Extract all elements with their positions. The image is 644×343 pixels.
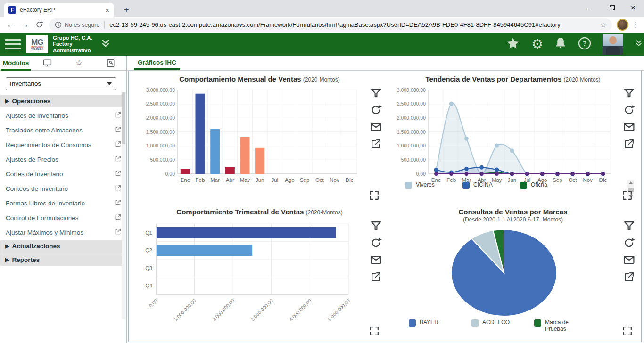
hamburger-menu-icon[interactable]: [5, 39, 21, 49]
svg-text:500.000,00: 500.000,00: [150, 157, 175, 163]
user-avatar[interactable]: [603, 34, 623, 55]
sidebar-item[interactable]: Traslados entre Almacenes: [0, 123, 126, 138]
chart-title: Comportamiento Mensual de Ventas (2020-M…: [133, 75, 386, 83]
fullscreen-icon[interactable]: [621, 325, 633, 337]
legend-item[interactable]: BAYER: [409, 319, 471, 332]
sidebar-tab-monitor[interactable]: [32, 56, 63, 70]
chart-legend: BAYERACDELCOMarca de Pruebas: [409, 319, 597, 332]
sidebar-item[interactable]: Formas Libres de Inventario: [0, 196, 126, 211]
notifications-bell-icon[interactable]: [554, 37, 567, 52]
back-button[interactable]: ←: [4, 18, 18, 32]
mail-icon[interactable]: [623, 121, 635, 133]
hbar-chart: 0,001.000.000,002.000.000,003.000.000,00…: [137, 218, 361, 337]
fullscreen-icon[interactable]: [621, 189, 633, 201]
legend-item[interactable]: Viveres: [405, 181, 462, 189]
chart-title: Comportamiento Trimestral de Ventas (202…: [133, 208, 386, 216]
sidebar-tab-favorites[interactable]: ☆: [63, 56, 95, 70]
sidebar-item[interactable]: Conteos de Inventario: [0, 181, 126, 196]
line-chart: 3.000.000,002.500.000,002.000.000,001.50…: [391, 85, 619, 188]
legend-item[interactable]: CICINA: [462, 181, 520, 189]
new-tab-button[interactable]: +: [120, 4, 133, 16]
external-link-icon[interactable]: [114, 155, 122, 164]
external-link-icon[interactable]: [114, 140, 122, 149]
external-link-icon[interactable]: [114, 228, 122, 237]
fullscreen-icon[interactable]: [368, 325, 380, 337]
main-content: Gráficos IHC Comportamiento Mensual de V…: [127, 56, 644, 343]
external-link-icon[interactable]: [114, 170, 122, 179]
external-link-icon[interactable]: [114, 111, 122, 120]
sidebar-scrollbar[interactable]: [122, 92, 126, 319]
sidebar-tab-access[interactable]: [95, 56, 126, 70]
sidebar-item[interactable]: Ajustar Máximos y Mínimos: [0, 225, 126, 240]
svg-text:3.000.000,00: 3.000.000,00: [249, 298, 274, 322]
legend-swatch: [462, 182, 470, 189]
reload-button[interactable]: [32, 18, 46, 32]
svg-text:Abr: Abr: [226, 177, 234, 183]
monitor-icon: [43, 59, 52, 67]
header-chevron-down-icon[interactable]: [635, 38, 643, 50]
mail-icon[interactable]: [623, 254, 635, 266]
sidebar-item[interactable]: Ajustes de Precios: [0, 152, 126, 167]
browser-tab[interactable]: F eFactory ERP ×: [4, 3, 114, 17]
legend-item[interactable]: Oficna: [520, 181, 578, 189]
charts-container: Comportamiento Mensual de Ventas (2020-M…: [128, 71, 642, 342]
external-link-icon[interactable]: [114, 199, 122, 208]
window-minimize-button[interactable]: –: [579, 0, 601, 16]
svg-text:0,00: 0,00: [148, 298, 158, 309]
export-icon[interactable]: [623, 138, 635, 150]
filter-icon[interactable]: [623, 220, 635, 232]
filter-icon[interactable]: [370, 87, 382, 99]
address-bar[interactable]: No es seguro ec2-13-59-245-96.us-east-2.…: [49, 18, 612, 32]
window-restore-button[interactable]: [601, 0, 622, 16]
svg-text:Q1: Q1: [145, 230, 152, 236]
forward-button[interactable]: →: [18, 18, 32, 32]
external-link-icon[interactable]: [114, 184, 122, 193]
refresh-icon[interactable]: [370, 104, 382, 116]
legend-item[interactable]: Marca de Pruebas: [534, 319, 597, 332]
module-select[interactable]: Inventarios: [6, 77, 116, 90]
settings-gear-icon[interactable]: ⚙: [531, 38, 543, 51]
sidebar-item[interactable]: Cortes de Inventario: [0, 167, 126, 181]
tab-graficos-ihc[interactable]: Gráficos IHC: [134, 56, 180, 70]
svg-text:0,00: 0,00: [416, 171, 426, 177]
external-link-icon[interactable]: [114, 213, 122, 222]
export-icon[interactable]: [623, 271, 635, 283]
sidebar-section-reportes[interactable]: ▶Reportes: [0, 253, 126, 266]
sidebar-section-operaciones[interactable]: ▶Operaciones: [0, 95, 126, 107]
browser-tabstrip: F eFactory ERP × + – ×: [0, 0, 644, 17]
company-logo[interactable]: MG MOTORES VALENCIA: [26, 35, 48, 53]
browser-profile-avatar[interactable]: [617, 19, 628, 31]
external-link-icon[interactable]: [114, 126, 122, 135]
filter-icon[interactable]: [370, 220, 382, 232]
sidebar-item[interactable]: Control de Formulaciones: [0, 211, 126, 225]
scrollbar-thumb[interactable]: [122, 92, 125, 144]
legend-item[interactable]: ACDELCO: [471, 319, 534, 332]
bookmark-star-icon[interactable]: ☆: [600, 21, 606, 29]
sidebar-section-actualizaciones[interactable]: ▶Actualizaciones: [0, 240, 126, 253]
refresh-icon[interactable]: [370, 237, 382, 249]
browser-menu-icon[interactable]: ⋮: [632, 21, 639, 29]
company-chevron-down-icon[interactable]: [100, 39, 111, 50]
export-icon[interactable]: [370, 138, 382, 150]
export-icon[interactable]: [370, 271, 382, 283]
refresh-icon[interactable]: [623, 104, 635, 116]
sidebar-tab-modulos[interactable]: Módulos: [0, 56, 32, 70]
favorites-star-icon[interactable]: [506, 37, 520, 52]
scroll-up-icon[interactable]: [629, 181, 633, 184]
divider: [104, 21, 105, 29]
mail-icon[interactable]: [370, 121, 382, 133]
help-icon[interactable]: ?: [578, 37, 591, 52]
window-close-button[interactable]: ×: [622, 0, 644, 16]
sidebar-item[interactable]: Requerimientos de Consumos: [0, 138, 126, 152]
sidebar: Módulos ☆ Inventarios ▶OperacionesAjuste…: [0, 56, 127, 343]
chart-title: Consultas de Ventas por Marcas: [387, 208, 639, 216]
refresh-icon[interactable]: [623, 237, 635, 249]
fullscreen-icon[interactable]: [368, 189, 380, 201]
filter-icon[interactable]: [623, 87, 635, 99]
svg-text:2.500.000,00: 2.500.000,00: [397, 101, 426, 106]
sidebar-item[interactable]: Ajustes de Inventarios: [0, 108, 126, 123]
security-chip[interactable]: No es seguro: [55, 21, 99, 28]
tab-close-icon[interactable]: ×: [105, 7, 109, 14]
chart-title: Tendencia de Ventas por Departamentos (2…: [387, 75, 639, 83]
mail-icon[interactable]: [370, 254, 382, 266]
